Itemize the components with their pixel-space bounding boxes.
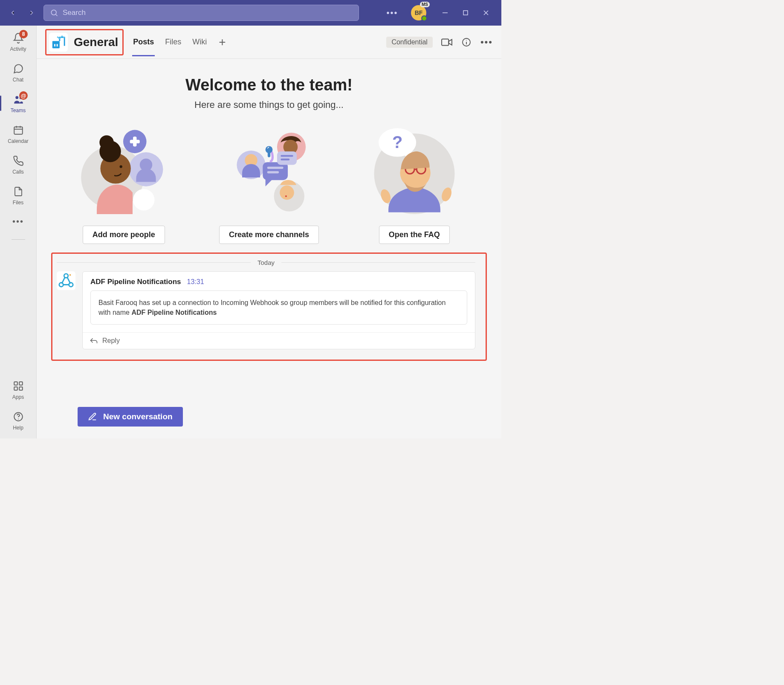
svg-rect-50	[281, 159, 289, 160]
svg-rect-15	[19, 387, 23, 390]
info-button[interactable]	[461, 37, 472, 48]
date-divider: Today	[57, 259, 475, 266]
rail-label: Calendar	[8, 138, 29, 144]
phone-icon	[12, 154, 25, 167]
rail-label: Calls	[12, 169, 24, 175]
compose-area: New conversation	[37, 399, 501, 438]
message-highlight: Today ADF Pipeline Notifications 13:31	[51, 253, 487, 361]
search-input[interactable]	[63, 9, 353, 17]
rail-help[interactable]: Help	[12, 410, 25, 431]
sensitivity-label: Confidential	[386, 37, 433, 48]
open-faq-button[interactable]: Open the FAQ	[379, 226, 450, 244]
new-conversation-button[interactable]: New conversation	[78, 407, 183, 427]
rail-teams[interactable]: @ Teams	[0, 93, 36, 113]
svg-rect-21	[442, 39, 448, 45]
apps-icon	[12, 380, 25, 392]
svg-point-17	[18, 419, 19, 420]
svg-rect-8	[14, 127, 23, 134]
svg-rect-31	[133, 136, 136, 146]
tab-files[interactable]: Files	[164, 28, 182, 56]
file-icon	[12, 185, 25, 198]
svg-rect-12	[14, 382, 17, 385]
chevron-left-icon	[9, 9, 17, 17]
search-icon	[50, 9, 58, 17]
card-add-people: Add more people	[60, 122, 188, 244]
channel-name: General	[74, 35, 118, 49]
rail-more-button[interactable]: •••	[12, 217, 24, 226]
minimize-button[interactable]	[441, 9, 449, 17]
settings-more-button[interactable]: •••	[385, 8, 399, 18]
reply-button[interactable]: Reply	[83, 332, 475, 349]
chevron-right-icon	[28, 9, 35, 17]
rail-label: Help	[13, 425, 23, 431]
rail-calendar[interactable]: Calendar	[0, 124, 36, 144]
tab-posts[interactable]: Posts	[132, 28, 155, 56]
rail-divider	[12, 239, 25, 240]
svg-rect-13	[19, 382, 23, 385]
welcome-cards: Add more people	[51, 122, 487, 244]
help-icon	[12, 410, 25, 423]
create-channels-button[interactable]: Create more channels	[219, 226, 319, 244]
team-avatar-icon	[49, 33, 68, 52]
rail-label: Teams	[11, 107, 26, 113]
svg-point-6	[15, 96, 18, 99]
back-button[interactable]	[9, 9, 17, 17]
message-card[interactable]: ADF Pipeline Notifications 13:31 Basit F…	[82, 271, 475, 349]
svg-rect-19	[54, 44, 55, 46]
channel-header: General Posts Files Wiki + Confidential …	[37, 26, 501, 59]
close-button[interactable]	[482, 9, 490, 17]
svg-rect-3	[463, 11, 468, 15]
illustration-faq-icon: ?	[367, 122, 461, 216]
channel-title-highlight: General	[45, 29, 124, 55]
maximize-button[interactable]	[461, 9, 470, 17]
rail-apps[interactable]: Apps	[12, 380, 25, 400]
svg-rect-48	[277, 151, 297, 165]
svg-point-42	[280, 186, 294, 200]
card-create-channels: Create more channels	[205, 122, 333, 244]
message-author: ADF Pipeline Notifications	[90, 278, 181, 286]
reply-label: Reply	[102, 337, 120, 345]
illustration-create-channels-icon	[222, 122, 316, 216]
rail-activity[interactable]: 8 Activity	[0, 32, 36, 52]
svg-rect-46	[267, 167, 284, 169]
activity-badge: 8	[19, 30, 28, 38]
channel-actions: Confidential •••	[386, 37, 493, 48]
posts-scroll[interactable]: Welcome to the team! Here are some thing…	[37, 59, 501, 399]
message-body: Basit Farooq has set up a connection to …	[90, 290, 467, 325]
presence-available-icon	[421, 15, 427, 21]
title-bar: ••• BF MS	[0, 0, 501, 26]
webhook-avatar-icon	[57, 271, 75, 290]
rail-label: Chat	[13, 77, 23, 83]
svg-point-43	[285, 195, 287, 197]
meet-button[interactable]	[441, 37, 452, 48]
chat-icon	[12, 62, 25, 75]
search-box[interactable]	[43, 5, 359, 21]
add-tab-button[interactable]: +	[217, 35, 227, 49]
date-label: Today	[257, 259, 275, 266]
window-controls	[438, 9, 498, 17]
add-people-button[interactable]: Add more people	[83, 226, 165, 244]
tab-wiki[interactable]: Wiki	[191, 28, 208, 56]
app-rail: 8 Activity Chat @ Teams Calendar Calls F…	[0, 26, 37, 438]
welcome-title: Welcome to the team!	[51, 76, 487, 94]
rail-label: Files	[13, 200, 23, 206]
new-conversation-label: New conversation	[103, 412, 173, 421]
avatar-initials: BF	[415, 9, 423, 16]
forward-button[interactable]	[27, 9, 36, 17]
rail-files[interactable]: Files	[0, 185, 36, 206]
mention-badge: @	[19, 91, 28, 100]
svg-point-32	[133, 189, 154, 210]
message-text-bold: ADF Pipeline Notifications	[131, 309, 217, 316]
svg-rect-47	[267, 171, 279, 173]
rail-calls[interactable]: Calls	[0, 154, 36, 175]
message-time: 13:31	[187, 278, 204, 286]
rail-label: Apps	[12, 394, 24, 400]
rail-label: Activity	[10, 46, 26, 52]
card-open-faq: ? Open the FAQ	[350, 122, 478, 244]
svg-rect-14	[14, 387, 17, 390]
rail-chat[interactable]: Chat	[0, 62, 36, 83]
user-avatar[interactable]: BF MS	[411, 5, 426, 20]
channel-more-button[interactable]: •••	[480, 37, 493, 48]
nav-arrows	[3, 9, 36, 17]
svg-rect-20	[57, 44, 58, 46]
